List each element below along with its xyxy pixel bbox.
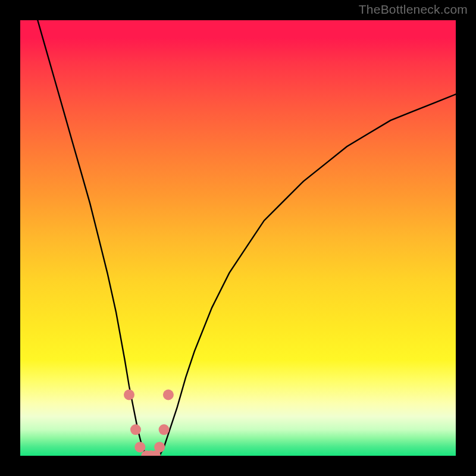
chart-frame: TheBottleneck.com [0,0,476,476]
datapoint-dot [130,424,141,435]
watermark-text: TheBottleneck.com [359,2,468,17]
bottleneck-chart-svg [20,20,456,456]
datapoint-dot [134,441,145,452]
datapoint-dot [154,441,165,452]
plot-area [20,20,456,456]
datapoint-dot [163,390,174,400]
bottleneck-curve [37,20,456,456]
datapoint-group [124,390,174,456]
datapoint-dot [159,424,170,435]
datapoint-dot [124,390,134,400]
